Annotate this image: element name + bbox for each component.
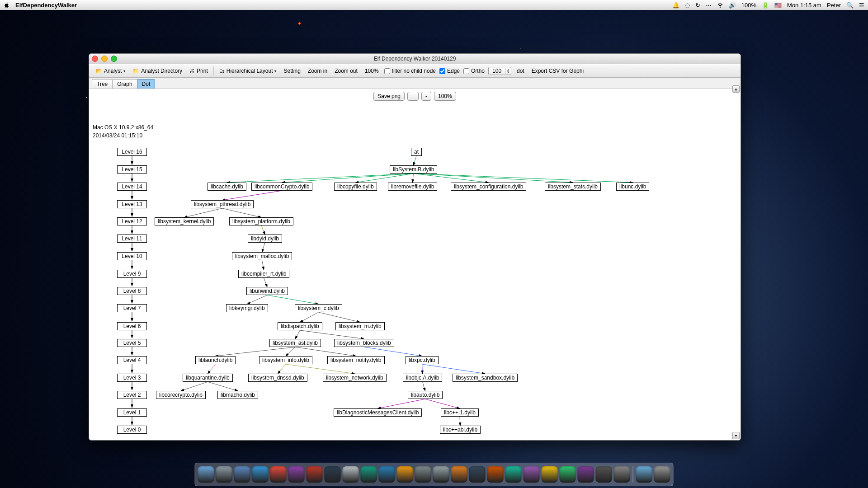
tab-tree[interactable]: Tree [92,79,113,89]
dock-item-9[interactable] [361,466,377,483]
app-name[interactable]: ElfDependencyWalker [15,2,77,9]
dock-item-22[interactable] [596,466,612,483]
dep-node-libmacho[interactable]: libmacho.dylib [217,391,258,399]
zoom-plus-button[interactable]: + [407,92,419,101]
analyst-directory-button[interactable]: 📁Analyst Directory [131,67,184,75]
print-button[interactable]: 🖨Print [188,67,210,75]
export-csv-button[interactable]: Export CSV for Gephi [530,67,585,75]
dock-item-15[interactable] [469,466,486,483]
dock-item-6[interactable] [307,466,323,483]
dock-item-19[interactable] [542,466,558,483]
window-titlebar[interactable]: Elf Dependency Walker 20140129 [89,54,741,64]
dock-item-3[interactable] [252,466,269,483]
save-png-button[interactable]: Save png [373,92,405,101]
dep-node-libremovefile[interactable]: libremovefile.dylib [388,183,437,191]
dep-node-libcache[interactable]: libcache.dylib [208,183,246,191]
scroll-up-button[interactable]: ▲ [732,85,740,93]
dep-node-libDiag[interactable]: libDiagnosticMessagesClient.dylib [334,408,422,417]
dock-item-0[interactable] [198,466,214,483]
dep-node-libcompiler_rt[interactable]: libcompiler_rt.dylib [238,270,289,278]
dock-item-17[interactable] [505,466,522,483]
apple-menu-icon[interactable] [4,2,10,8]
dock-item-8[interactable] [343,466,359,483]
dep-node-libsystem_malloc[interactable]: libsystem_malloc.dylib [232,252,292,260]
zoom-spinner[interactable]: ▲▼ [488,67,511,75]
ortho-checkbox[interactable]: Ortho [463,68,485,74]
dock-item-25[interactable] [654,466,670,483]
dep-node-liblaunch[interactable]: liblaunch.dylib [195,356,236,364]
spotlight-icon[interactable]: 🔍 [846,2,854,9]
dep-node-libsystem_network[interactable]: libsystem_network.dylib [323,374,387,382]
close-icon[interactable] [92,56,98,62]
dock-item-13[interactable] [433,466,449,483]
dock-item-2[interactable] [234,466,250,483]
spinner-down-icon[interactable]: ▼ [505,71,511,74]
scroll-down-button[interactable]: ▼ [732,432,740,439]
dep-node-libobjc[interactable]: libobjc.A.dylib [403,374,442,382]
dock-item-16[interactable] [487,466,504,483]
dep-node-libsystem_asl[interactable]: libsystem_asl.dylib [269,339,321,347]
dep-node-libSystemB[interactable]: libSystem.B.dylib [390,165,437,174]
zoom-in-button[interactable]: Zoom in [306,67,329,75]
dep-node-libsystem_stats[interactable]: libsystem_stats.dylib [545,183,601,191]
dep-node-libxpc[interactable]: libxpc.dylib [406,356,439,364]
dep-node-libsystem_configuration[interactable]: libsystem_configuration.dylib [451,183,526,191]
edge-checkbox[interactable]: Edge [439,68,460,74]
volume-icon[interactable]: 🔊 [729,2,736,9]
menubar-user[interactable]: Peter [827,2,841,9]
dep-node-at[interactable]: at [411,148,422,156]
dep-node-libsystem_sandbox[interactable]: libsystem_sandbox.dylib [453,374,518,382]
dep-node-libquarantine[interactable]: libquarantine.dylib [183,374,233,382]
dock-item-11[interactable] [397,466,413,483]
dep-node-libcxx1[interactable]: libc++.1.dylib [441,408,479,417]
dep-node-libdispatch[interactable]: libdispatch.dylib [278,322,322,330]
minimize-icon[interactable] [101,56,108,62]
layout-button[interactable]: 🗂Hierarchical Layout ▾ [217,67,278,75]
dep-node-libsystem_m[interactable]: libsystem_m.dylib [335,322,385,330]
dep-node-libsystem_info[interactable]: libsystem_info.dylib [259,356,312,364]
dep-node-libsystem_blocks[interactable]: libsystem_blocks.dylib [334,339,394,347]
dep-node-libcorecrypto[interactable]: libcorecrypto.dylib [156,391,206,399]
dep-node-libsystem_pthread[interactable]: libsystem_pthread.dylib [191,200,254,208]
tab-dot[interactable]: Dot [137,79,156,89]
battery-icon[interactable]: 🔋 [762,2,769,9]
dock-item-20[interactable] [560,466,576,483]
dep-node-libsystem_kernel[interactable]: libsystem_kernel.dylib [155,217,214,225]
analyst-button[interactable]: 📂Analyst ▾ [94,67,127,75]
zoom-icon[interactable] [111,56,117,62]
dock-item-1[interactable] [216,466,232,483]
dot-button[interactable]: dot [515,67,526,75]
time-machine-icon[interactable]: ↻ [695,2,700,9]
dock-item-10[interactable] [379,466,395,483]
zoom-spinner-input[interactable] [489,67,505,75]
dock-item-4[interactable] [270,466,287,483]
dep-node-libcopyfile[interactable]: libcopyfile.dylib [334,183,377,191]
dock-item-12[interactable] [415,466,431,483]
zoom-minus-button[interactable]: - [421,92,431,101]
dock-item-23[interactable] [614,466,630,483]
zoom-out-button[interactable]: Zoom out [333,67,359,75]
dep-node-libcxxabi[interactable]: libc++abi.dylib [440,426,481,434]
input-flag-icon[interactable]: 🇺🇸 [774,2,782,9]
bluetooth-icon[interactable]: ⋯ [706,2,712,9]
dep-node-libauto[interactable]: libauto.dylib [408,391,443,399]
dock-item-14[interactable] [451,466,467,483]
dock-item-5[interactable] [288,466,305,483]
dep-node-libkeymgr[interactable]: libkeymgr.dylib [226,304,268,312]
zoom-reset-button[interactable]: 100% [363,67,381,75]
notification-icon[interactable]: 🔔 [672,2,679,9]
dep-node-libcommonCrypto[interactable]: libcommonCrypto.dylib [251,183,312,191]
dep-node-libsystem_platform[interactable]: libsystem_platform.dylib [229,217,293,225]
dock-item-24[interactable] [636,466,652,483]
menubar-clock[interactable]: Mon 1:15 am [787,2,821,9]
dep-node-libsystem_notify[interactable]: libsystem_notify.dylib [327,356,385,364]
dep-node-libsystem_dnssd[interactable]: libsystem_dnssd.dylib [248,374,307,382]
notification-center-icon[interactable]: ☰ [859,2,864,9]
setting-button[interactable]: Setting [282,67,302,75]
dep-node-libunc[interactable]: libunc.dylib [616,183,649,191]
filter-nochild-checkbox[interactable]: filter no child node [384,68,436,74]
sync-icon[interactable]: ◌ [685,2,690,9]
dock-item-18[interactable] [524,466,540,483]
tab-graph[interactable]: Graph [112,79,137,89]
dep-node-libdyld[interactable]: libdyld.dylib [248,235,282,243]
